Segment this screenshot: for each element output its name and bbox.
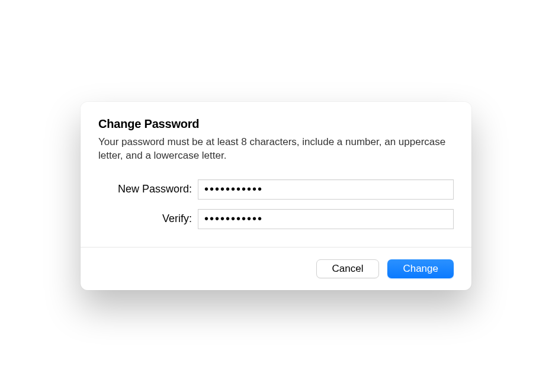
dialog-title: Change Password: [98, 117, 454, 131]
new-password-label: New Password:: [98, 183, 198, 195]
cancel-button[interactable]: Cancel: [316, 259, 380, 278]
change-password-dialog: Change Password Your password must be at…: [81, 102, 471, 290]
new-password-input[interactable]: [198, 179, 454, 200]
dialog-description: Your password must be at least 8 charact…: [98, 136, 454, 163]
verify-password-row: Verify:: [98, 209, 454, 229]
verify-password-label: Verify:: [98, 213, 198, 225]
change-button[interactable]: Change: [387, 259, 454, 278]
new-password-row: New Password:: [98, 179, 454, 200]
verify-password-input[interactable]: [198, 209, 454, 229]
dialog-footer: Cancel Change: [81, 247, 471, 290]
dialog-content: Change Password Your password must be at…: [81, 102, 471, 247]
